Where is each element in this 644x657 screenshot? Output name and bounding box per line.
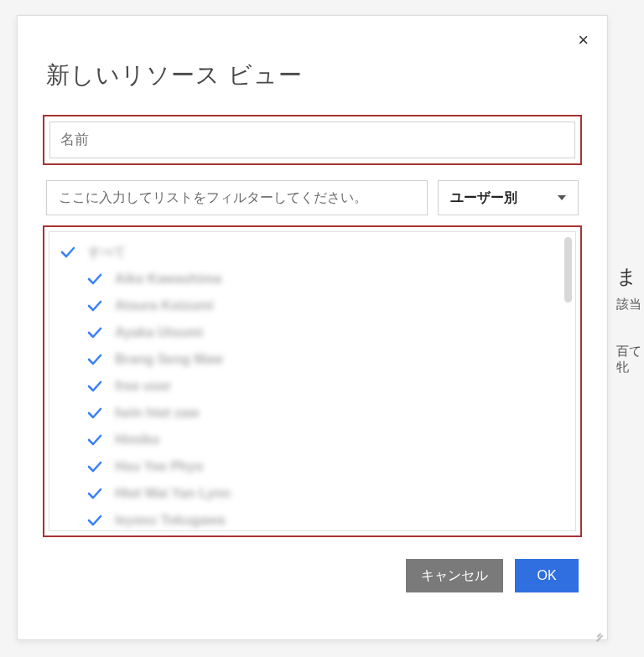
- list-item-label: Himiko: [115, 432, 159, 447]
- chevron-down-icon: [558, 195, 566, 200]
- cancel-button[interactable]: キャンセル: [406, 559, 503, 592]
- checkbox-checked-icon[interactable]: [86, 351, 103, 368]
- list-item-label: Aiko Kawashima: [115, 272, 221, 287]
- checkbox-checked-icon[interactable]: [86, 458, 103, 475]
- checkbox-checked-icon[interactable]: [86, 297, 103, 314]
- list-item-label: Brang Seng Maw: [115, 352, 223, 367]
- filter-row: ユーザー別: [46, 180, 579, 215]
- user-list[interactable]: すべて Aiko Kawashima Atsura Koizumi Ayaka …: [49, 231, 576, 531]
- list-item[interactable]: Aiko Kawashima: [49, 266, 575, 292]
- list-item-label: Atsura Koizumi: [115, 298, 213, 313]
- list-item[interactable]: Ayaka Utsumi: [49, 319, 575, 346]
- list-item[interactable]: Ieyasu Tokugawa: [49, 507, 575, 531]
- group-by-selected-label: ユーザー別: [450, 189, 517, 207]
- list-item[interactable]: Hsu Yee Phyo: [49, 453, 575, 480]
- checkbox-checked-icon[interactable]: [86, 378, 103, 395]
- name-field-highlight: [43, 115, 582, 165]
- background-text-2: 該当: [616, 297, 641, 313]
- ok-button[interactable]: OK: [515, 559, 579, 592]
- list-item[interactable]: free user: [49, 373, 575, 400]
- dialog-footer: キャンセル OK: [18, 552, 607, 592]
- close-icon: ×: [578, 29, 589, 50]
- checkbox-checked-icon[interactable]: [86, 271, 103, 287]
- name-input[interactable]: [49, 122, 575, 158]
- new-resource-view-dialog: × 新しいリソース ビュー ユーザー別 すべて Aiko Kawashima: [17, 15, 608, 640]
- filter-input[interactable]: [46, 180, 428, 215]
- checkbox-checked-icon[interactable]: [86, 405, 103, 422]
- background-text-1: ま: [616, 263, 637, 290]
- checkbox-checked-icon[interactable]: [86, 324, 103, 341]
- list-item-all[interactable]: すべて: [49, 239, 575, 266]
- checkbox-checked-icon[interactable]: [86, 485, 103, 502]
- group-by-select[interactable]: ユーザー別: [438, 180, 579, 215]
- checkbox-checked-icon[interactable]: [60, 244, 76, 261]
- list-item[interactable]: Htet Wai Yan Lynn: [49, 480, 575, 507]
- list-item-label: すべて: [88, 245, 126, 261]
- list-item-label: Ieyasu Tokugawa: [115, 513, 225, 528]
- scrollbar-thumb[interactable]: [564, 237, 572, 303]
- list-item-label: free user: [115, 379, 172, 394]
- close-button[interactable]: ×: [578, 31, 589, 49]
- list-item[interactable]: hein htet zaw: [49, 400, 575, 427]
- list-item-label: hein htet zaw: [115, 406, 199, 421]
- list-item-label: Hsu Yee Phyo: [115, 459, 204, 474]
- list-item[interactable]: Atsura Koizumi: [49, 292, 575, 319]
- background-text-3: 百て牝: [616, 344, 644, 375]
- list-item[interactable]: Himiko: [49, 427, 575, 453]
- user-list-highlight: すべて Aiko Kawashima Atsura Koizumi Ayaka …: [43, 225, 582, 537]
- dialog-title: 新しいリソース ビュー: [18, 16, 607, 115]
- list-item-label: Ayaka Utsumi: [115, 325, 203, 340]
- list-item-label: Htet Wai Yan Lynn: [115, 486, 231, 501]
- checkbox-checked-icon[interactable]: [86, 512, 103, 529]
- resize-grip-icon[interactable]: [592, 624, 604, 636]
- list-item[interactable]: Brang Seng Maw: [49, 346, 575, 373]
- checkbox-checked-icon[interactable]: [86, 432, 103, 448]
